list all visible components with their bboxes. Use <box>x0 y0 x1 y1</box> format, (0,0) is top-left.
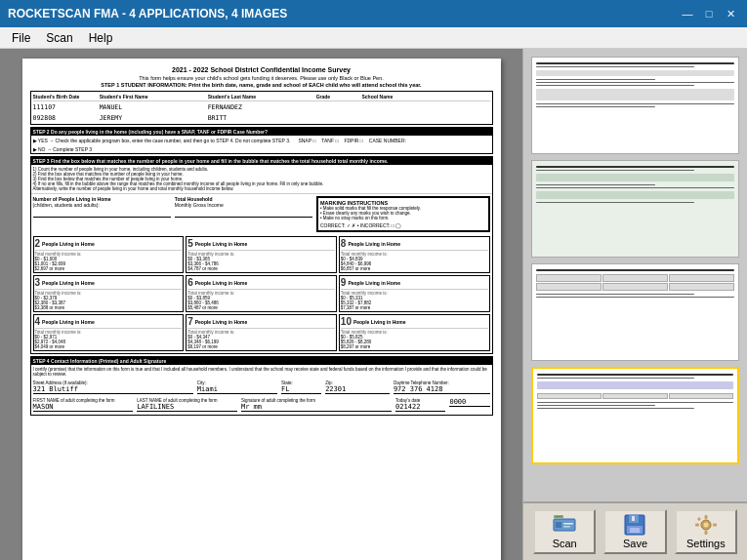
step4-header: STEP 4 Contact Information (Printed) and… <box>31 357 492 365</box>
settings-icon <box>692 514 720 536</box>
phone: 972 376 4128 <box>394 385 490 393</box>
svg-rect-16 <box>713 524 717 527</box>
svg-rect-1 <box>556 522 561 528</box>
save-icon <box>621 514 648 536</box>
menu-file[interactable]: File <box>4 29 38 47</box>
city: Miami <box>197 385 277 393</box>
settings-label: Settings <box>686 538 726 549</box>
income-box-8: 8 People Living in Home Total monthly in… <box>339 236 490 273</box>
student2-grade <box>316 114 358 122</box>
income-box-3: 3 People Living in Home Total monthly in… <box>33 275 185 312</box>
step3-header: STEP 3 Find the box below that matches t… <box>31 157 492 165</box>
document-page: 2021 - 2022 School District Confidential… <box>22 59 501 560</box>
student1-school <box>362 103 467 111</box>
svg-point-12 <box>703 523 708 528</box>
thumbnail-3[interactable] <box>531 263 739 361</box>
income-box-6: 6 People Living in Home Total monthly in… <box>186 275 337 312</box>
doc-subtitle2: STEP 1 STUDENT INFORMATION: Print the bi… <box>30 82 493 88</box>
menu-bar: File Scan Help <box>0 27 747 49</box>
app-title: ROCKETSCAN FMA - 4 APPLICATIONS, 4 IMAGE… <box>8 7 287 20</box>
income-box-7: 7 People Living in Home Total monthly in… <box>186 314 337 351</box>
bottom-toolbar: Scan Save <box>523 501 747 560</box>
doc-subtitle1: This form helps ensure your child's scho… <box>30 75 493 81</box>
close-button[interactable]: ✕ <box>722 6 739 21</box>
scan-button[interactable]: Scan <box>533 509 596 554</box>
svg-rect-17 <box>697 517 701 521</box>
step2-no: ▶ NO → Complete STEP 3 <box>31 145 492 153</box>
student1-lastname: FERNANDEZ <box>208 103 312 111</box>
today-date: 021422 <box>395 403 445 411</box>
student1-firstname: MANUEL <box>100 103 204 111</box>
student1-birthdate: 111107 <box>33 103 96 111</box>
svg-rect-3 <box>563 526 570 528</box>
adult-first: MASON <box>33 403 134 411</box>
document-viewer[interactable]: 2021 - 2022 School District Confidential… <box>0 49 522 560</box>
scan-label: Scan <box>553 538 577 549</box>
zip: 22301 <box>325 385 390 393</box>
minimize-button[interactable]: — <box>679 6 696 21</box>
svg-rect-10 <box>630 528 640 533</box>
settings-button[interactable]: Settings <box>675 509 737 554</box>
thumbnails-area[interactable] <box>523 49 747 501</box>
income-box-9: 9 People Living in Home Total monthly in… <box>339 275 490 312</box>
step2-yes: ▶ YES → Check the applicable program box… <box>33 138 291 143</box>
save-label: Save <box>623 538 647 549</box>
scan-icon <box>551 514 578 536</box>
save-button[interactable]: Save <box>603 509 666 554</box>
menu-scan[interactable]: Scan <box>38 29 80 47</box>
thumbnail-4[interactable] <box>531 367 739 464</box>
income-box-10: 10 People Living in Home Total monthly i… <box>339 314 490 351</box>
main-content: 2021 - 2022 School District Confidential… <box>0 49 747 560</box>
window-controls: — □ ✕ <box>679 6 739 21</box>
state: FL <box>281 385 321 393</box>
student1-grade <box>316 103 358 111</box>
title-bar: ROCKETSCAN FMA - 4 APPLICATIONS, 4 IMAGE… <box>0 0 747 27</box>
svg-rect-8 <box>632 516 635 521</box>
street-address: 321 Blutiff <box>33 385 193 393</box>
signature: Mr mm <box>241 403 392 411</box>
income-box-5: 5 People Living in Home Total monthly in… <box>186 236 337 273</box>
thumbnail-1[interactable] <box>531 57 739 154</box>
menu-help[interactable]: Help <box>81 29 121 47</box>
student2-lastname: BRITT <box>208 114 312 122</box>
student2-school <box>362 114 467 122</box>
student2-birthdate: 092808 <box>33 114 96 122</box>
svg-rect-5 <box>556 516 561 517</box>
svg-rect-15 <box>695 524 699 527</box>
case-num: 0000 <box>449 398 489 406</box>
income-box-2: 2 People Living in Home Total monthly in… <box>33 236 185 273</box>
maximize-button[interactable]: □ <box>700 6 718 21</box>
step2-header: STEP 2 Do any people living in the home … <box>31 128 492 136</box>
student2-firstname: JEREMY <box>100 114 204 122</box>
doc-title: 2021 - 2022 School District Confidential… <box>30 66 493 73</box>
marking-instructions: MARKING INSTRUCTIONS • Make solid marks … <box>316 196 490 232</box>
svg-rect-2 <box>563 523 573 525</box>
svg-rect-13 <box>704 515 707 519</box>
income-box-4: 4 People Living in Home Total monthly in… <box>33 314 185 351</box>
right-panel: Scan Save <box>522 49 747 560</box>
thumbnail-2[interactable] <box>531 160 739 258</box>
adult-last: LAFILINES <box>137 403 237 411</box>
svg-rect-14 <box>704 531 707 535</box>
